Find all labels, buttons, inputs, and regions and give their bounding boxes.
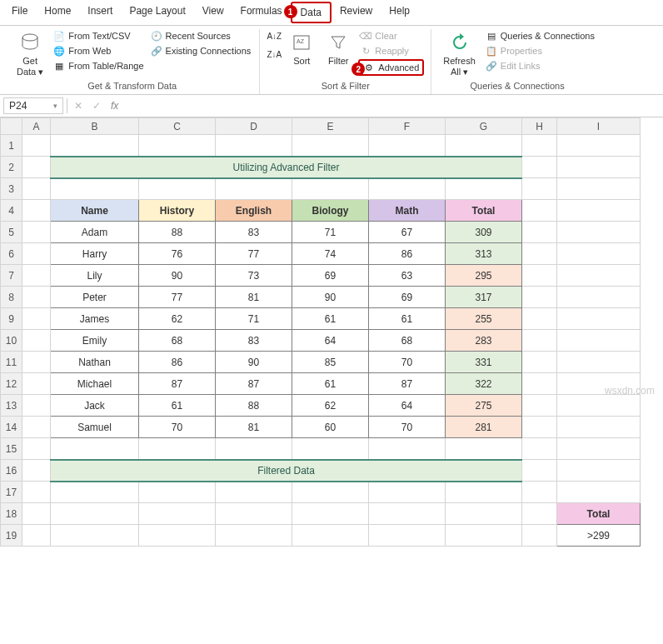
data-cell[interactable]: Harry [51,243,139,265]
cell[interactable] [292,525,369,547]
data-cell[interactable]: 62 [292,395,369,417]
data-cell[interactable]: Samuel [51,417,139,438]
recent-sources-button[interactable]: 🕘Recent Sources [149,29,253,42]
cell[interactable] [557,308,641,330]
data-cell[interactable]: James [51,308,139,330]
menu-insert[interactable]: Insert [79,2,121,23]
confirm-icon[interactable]: ✓ [89,100,104,112]
cell[interactable] [522,200,557,222]
data-cell[interactable]: 87 [216,373,292,395]
cell[interactable] [557,395,641,417]
cell[interactable] [216,503,292,525]
refresh-all-button[interactable]: Refresh All ▾ [438,29,481,79]
total-cell[interactable]: 255 [446,308,522,330]
data-cell[interactable]: 81 [216,287,292,308]
data-cell[interactable]: 86 [369,243,446,265]
cell[interactable] [139,135,216,157]
cell[interactable] [22,265,51,287]
data-cell[interactable]: 61 [292,308,369,330]
filter-button[interactable]: Filter [322,29,355,68]
cell[interactable] [22,178,51,200]
sort-button[interactable]: AZ Sort [285,29,318,68]
total-cell[interactable]: 275 [446,395,522,417]
menu-formulas[interactable]: Formulas [232,2,291,23]
data-cell[interactable]: 70 [369,352,446,373]
menu-view[interactable]: View [194,2,232,23]
col-header-C[interactable]: C [139,118,216,135]
cell[interactable] [446,438,522,460]
select-all-corner[interactable] [1,118,22,135]
sort-asc-button[interactable]: A↓Z [267,29,282,42]
data-cell[interactable]: Emily [51,330,139,352]
cell[interactable] [292,482,369,503]
criteria-value[interactable]: >299 [557,525,641,547]
header-cell[interactable]: Math [369,200,446,222]
data-cell[interactable]: 76 [139,243,216,265]
cell[interactable] [292,135,369,157]
row-header[interactable]: 16 [1,460,22,482]
title-cell[interactable]: Filtered Data [51,460,522,482]
data-cell[interactable]: 77 [216,243,292,265]
cell[interactable] [369,135,446,157]
cell[interactable] [557,330,641,352]
cell[interactable] [522,373,557,395]
from-web-button[interactable]: 🌐From Web [52,44,145,57]
sort-desc-button[interactable]: Z↓A [267,47,282,61]
cell[interactable] [22,308,51,330]
header-cell[interactable]: Biology [292,200,369,222]
data-cell[interactable]: 60 [292,417,369,438]
data-cell[interactable]: Adam [51,222,139,243]
cell[interactable] [446,178,522,200]
data-cell[interactable]: 88 [216,395,292,417]
reapply-button[interactable]: ↻Reapply [358,44,424,57]
data-cell[interactable]: 81 [216,417,292,438]
header-cell[interactable]: Total [446,200,522,222]
row-header[interactable]: 18 [1,503,22,525]
cell[interactable] [51,135,139,157]
cell[interactable] [557,157,641,178]
cell[interactable] [522,243,557,265]
menu-review[interactable]: Review [332,2,381,23]
cell[interactable] [22,243,51,265]
row-header[interactable]: 1 [1,135,22,157]
fx-button[interactable]: fx [107,100,122,112]
col-header-E[interactable]: E [292,118,369,135]
cell[interactable] [369,482,446,503]
cell[interactable] [22,460,51,482]
row-header[interactable]: 15 [1,438,22,460]
cell[interactable] [557,482,641,503]
data-cell[interactable]: 71 [292,222,369,243]
row-header[interactable]: 2 [1,157,22,178]
data-cell[interactable]: 74 [292,243,369,265]
header-cell[interactable]: English [216,200,292,222]
cell[interactable] [216,135,292,157]
cell[interactable] [292,438,369,460]
data-cell[interactable]: 67 [369,222,446,243]
cell[interactable] [522,287,557,308]
data-cell[interactable]: Lily [51,265,139,287]
row-header[interactable]: 6 [1,243,22,265]
total-cell[interactable]: 283 [446,330,522,352]
cell[interactable] [22,157,51,178]
cell[interactable] [522,265,557,287]
properties-button[interactable]: 📋Properties [484,44,596,57]
cell[interactable] [22,395,51,417]
cell[interactable] [51,503,139,525]
row-header[interactable]: 11 [1,352,22,373]
data-cell[interactable]: 83 [216,222,292,243]
cell[interactable] [557,135,641,157]
cell[interactable] [557,243,641,265]
cell[interactable] [51,438,139,460]
row-header[interactable]: 5 [1,222,22,243]
cell[interactable] [51,525,139,547]
data-cell[interactable]: 68 [139,330,216,352]
existing-connections-button[interactable]: 🔗Existing Connections [149,44,253,57]
cell[interactable] [522,482,557,503]
cell[interactable] [51,178,139,200]
data-cell[interactable]: 68 [369,330,446,352]
header-cell[interactable]: Name [51,200,139,222]
menu-page-layout[interactable]: Page Layout [121,2,193,23]
row-header[interactable]: 4 [1,200,22,222]
data-cell[interactable]: Jack [51,395,139,417]
cell[interactable] [216,482,292,503]
